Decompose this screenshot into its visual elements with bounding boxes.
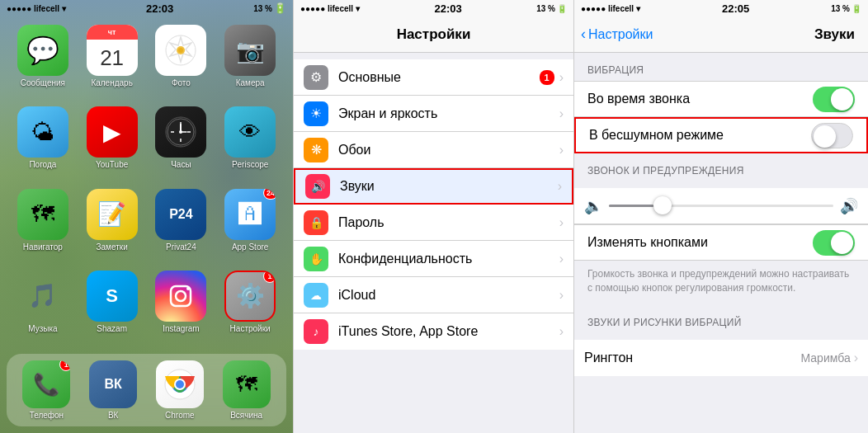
- settings-item-privacy[interactable]: ✋ Конфиденциальность ›: [294, 241, 573, 277]
- status-bar-settings: ●●●●● lifecell ▾ 22:03 13 % 🔋: [294, 0, 573, 16]
- app-appstore[interactable]: 🅰 24 App Store: [219, 189, 281, 264]
- battery-icon: 🔋: [274, 2, 286, 14]
- general-label: Основные: [338, 70, 540, 85]
- battery-percent: 13 %: [536, 4, 555, 13]
- app-messages[interactable]: 💬 Сообщения: [12, 25, 74, 100]
- volume-low-icon: 🔈: [584, 197, 602, 215]
- display-label: Экран и яркость: [338, 106, 559, 121]
- volume-high-icon: 🔊: [840, 197, 858, 215]
- chevron-icon: ›: [854, 351, 858, 365]
- time-display: 22:03: [146, 2, 173, 15]
- app-label: Фото: [172, 78, 191, 87]
- settings-item-general[interactable]: ⚙ Основные 1 ›: [294, 59, 573, 96]
- carrier-signal: ●●●●● lifecell ▾: [7, 4, 66, 13]
- chevron-icon: ›: [558, 179, 562, 194]
- vibration-group: Во время звонка В бесшумном режиме: [574, 81, 868, 153]
- app-youtube[interactable]: ▶ YouTube: [81, 106, 144, 181]
- svg-point-18: [176, 380, 184, 388]
- app-label: Заметки: [97, 242, 128, 252]
- app-weather[interactable]: 🌤 Погода: [12, 106, 74, 181]
- battery-percent: 13 %: [831, 4, 850, 13]
- vibration-silent-row: В бесшумном режиме: [574, 117, 868, 153]
- app-privat24[interactable]: P24 Privat24: [150, 189, 213, 264]
- password-icon: 🔒: [304, 210, 328, 235]
- chevron-icon: ›: [559, 324, 564, 339]
- battery-status: 13 % 🔋: [536, 4, 567, 13]
- battery-icon: 🔋: [851, 4, 861, 13]
- display-icon: ☀: [304, 101, 328, 126]
- back-label: Настройки: [588, 27, 653, 42]
- vibration-silent-label: В бесшумном режиме: [589, 128, 811, 143]
- chevron-icon: ›: [559, 70, 564, 85]
- app-label: Privat24: [166, 242, 196, 252]
- ringtone-section-header: ЗВОНОК И ПРЕДУПРЕЖДЕНИЯ: [574, 153, 868, 181]
- app-label: Погода: [29, 160, 56, 169]
- app-periscope[interactable]: 👁 Periscope: [219, 106, 281, 181]
- vibration-on-toggle[interactable]: [813, 87, 855, 112]
- chevron-icon: ›: [559, 106, 564, 121]
- dock-vk[interactable]: ВК ВК: [82, 360, 145, 420]
- sounds-label: Звуки: [340, 179, 558, 194]
- app-label: Periscope: [232, 160, 268, 169]
- password-label: Пароль: [338, 215, 559, 230]
- app-label: Навигатор: [23, 242, 63, 252]
- app-music[interactable]: 🎵 Музыка: [12, 271, 74, 346]
- svg-point-13: [176, 291, 186, 301]
- battery-percent: 13 %: [253, 4, 272, 13]
- app-grid: 💬 Сообщения чт 21 Календарь Фото: [0, 16, 293, 354]
- app-settings[interactable]: ⚙️ 1 Настройки: [219, 271, 281, 346]
- carrier-signal: ●●●●● lifecell ▾: [300, 4, 360, 13]
- chevron-icon: ›: [559, 288, 564, 303]
- ringtone-value: Маримба: [801, 351, 851, 365]
- sounds-icon: 🔊: [305, 174, 330, 199]
- dock: 📞 1 Телефон ВК ВК: [7, 354, 286, 426]
- app-instagram[interactable]: Instagram: [150, 271, 213, 346]
- settings-item-sounds[interactable]: 🔊 Звуки ›: [294, 168, 573, 205]
- volume-slider[interactable]: [609, 205, 833, 207]
- back-chevron-icon: ‹: [581, 26, 586, 43]
- settings-item-itunes[interactable]: ♪ iTunes Store, App Store ›: [294, 313, 573, 350]
- sounds-title: Звуки: [653, 26, 861, 43]
- icloud-icon: ☁: [304, 283, 328, 308]
- settings-nav-bar: Настройки: [294, 16, 573, 53]
- icloud-label: iCloud: [338, 288, 559, 303]
- battery-status: 13 % 🔋: [831, 4, 861, 13]
- dock-maps[interactable]: 🗺 Всячина: [215, 360, 278, 420]
- app-label: Камера: [236, 78, 265, 87]
- privacy-icon: ✋: [304, 247, 328, 271]
- dock-phone[interactable]: 📞 1 Телефон: [15, 360, 78, 420]
- app-calendar[interactable]: чт 21 Календарь: [81, 25, 144, 100]
- settings-screen-panel: ●●●●● lifecell ▾ 22:03 13 % 🔋 Настройки …: [293, 0, 573, 433]
- wallpaper-icon: ❋: [304, 138, 328, 162]
- wallpaper-label: Обои: [338, 143, 559, 158]
- slider-fill: [609, 205, 653, 207]
- status-bar-sounds: ●●●●● lifecell ▾ 22:05 13 % 🔋: [574, 0, 868, 16]
- privacy-label: Конфиденциальность: [338, 252, 559, 266]
- app-shazam[interactable]: S Shazam: [81, 271, 144, 346]
- volume-description: Громкость звонка и предупреждений можно …: [574, 261, 868, 305]
- vibration-silent-toggle[interactable]: [811, 123, 853, 148]
- sounds-section-header: ЗВУКИ И РИСУНКИ ВИБРАЦИЙ: [574, 305, 868, 333]
- battery-status: 13 % 🔋: [253, 2, 286, 14]
- settings-item-wallpaper[interactable]: ❋ Обои ›: [294, 132, 573, 168]
- settings-item-password[interactable]: 🔒 Пароль ›: [294, 205, 573, 241]
- change-buttons-row: Изменять кнопками: [574, 224, 868, 261]
- itunes-icon: ♪: [304, 319, 328, 344]
- settings-item-icloud[interactable]: ☁ iCloud ›: [294, 277, 573, 313]
- svg-point-14: [186, 287, 190, 290]
- ringtone-item[interactable]: Рингтон Маримба ›: [574, 340, 868, 376]
- dock-chrome[interactable]: Chrome: [149, 360, 212, 420]
- app-camera[interactable]: 📷 Камера: [219, 25, 281, 100]
- app-photos[interactable]: Фото: [150, 25, 213, 100]
- app-notes[interactable]: 📝 Заметки: [81, 189, 144, 264]
- slider-thumb[interactable]: [653, 196, 672, 214]
- app-clock[interactable]: Часы: [150, 106, 213, 181]
- back-button[interactable]: ‹ Настройки: [581, 26, 653, 43]
- settings-item-display[interactable]: ☀ Экран и яркость ›: [294, 96, 573, 132]
- change-buttons-toggle[interactable]: [813, 230, 855, 256]
- battery-icon: 🔋: [557, 4, 567, 13]
- vibration-section-header: ВИБРАЦИЯ: [574, 53, 868, 81]
- app-maps[interactable]: 🗺 Навигатор: [12, 189, 74, 264]
- sounds-nav-bar: ‹ Настройки Звуки: [574, 16, 868, 53]
- app-label: Календарь: [91, 78, 132, 87]
